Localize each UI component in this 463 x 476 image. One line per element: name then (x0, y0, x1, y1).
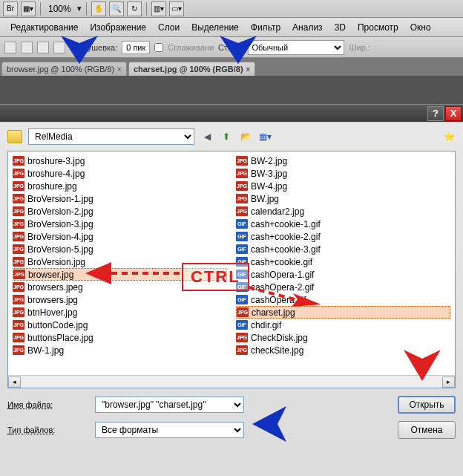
file-item[interactable]: JPGbuttonCode.jpg (13, 319, 227, 331)
file-name: BW.jpg (251, 194, 279, 204)
help-button[interactable]: ? (427, 106, 444, 121)
file-name: cashOpera.gif (251, 295, 306, 305)
menu-edit[interactable]: Редактирование (4, 19, 84, 36)
menu-analysis[interactable]: Анализ (286, 19, 329, 36)
bridge-button[interactable]: Br (3, 1, 18, 16)
antialias-checkbox[interactable] (154, 43, 163, 52)
style-label: Стиль: (218, 43, 243, 52)
menu-layers[interactable]: Слои (152, 19, 185, 36)
jpg-file-icon: JPG (13, 244, 24, 254)
style-select[interactable]: Обычный (248, 40, 344, 55)
file-item[interactable]: JPGBW-1.jpg (13, 344, 227, 356)
file-item[interactable]: JPGBW.jpg (236, 192, 450, 205)
file-item[interactable]: JPGbrowsers.jpeg (13, 281, 227, 293)
dialog-close-button[interactable]: X (445, 106, 462, 121)
menu-view[interactable]: Просмотр (352, 19, 404, 36)
menu-3d[interactable]: 3D (329, 19, 352, 36)
close-tab-icon[interactable]: × (117, 65, 122, 74)
antialias-label: Сглаживани (168, 43, 214, 52)
file-name: cash+cookie.gif (251, 257, 312, 267)
marquee-col-icon[interactable] (53, 42, 65, 53)
file-name: broshure.jpg (27, 181, 77, 192)
filename-input[interactable]: "browser.jpg" "charset.jpg" (95, 397, 244, 413)
jpg-file-icon: JPG (13, 219, 24, 229)
close-tab-icon[interactable]: × (246, 65, 251, 74)
file-item[interactable]: JPGBroVersion-3.jpg (13, 218, 227, 230)
file-name: chdir.gif (251, 320, 281, 330)
horizontal-scrollbar[interactable]: ◂ ▸ (8, 375, 455, 388)
arrange-button[interactable]: ▥▾ (151, 1, 166, 16)
file-name: cashOpera-1.gif (251, 270, 314, 280)
file-item[interactable]: JPGbrowsers.jpg (13, 293, 227, 306)
file-item[interactable]: JPGBW-2.jpg (236, 154, 450, 167)
file-item[interactable]: GIFcash+cookie.gif (236, 255, 450, 268)
file-item[interactable]: JPGBroVersion-1.jpg (13, 192, 227, 205)
file-item[interactable]: GIFcash+cookie-1.gif (236, 218, 450, 230)
menu-window[interactable]: Окно (404, 19, 437, 36)
jpg-file-icon: JPG (236, 206, 248, 216)
file-item[interactable]: GIFcash+cookie-2.gif (236, 230, 450, 243)
marquee-rect-icon[interactable] (4, 42, 16, 53)
file-item[interactable]: JPGcalendar2.jpg (236, 205, 450, 218)
file-item[interactable]: JPGcheckSite.jpg (236, 344, 450, 356)
new-folder-icon[interactable]: 📂 (239, 130, 252, 143)
file-item[interactable]: JPGBroVersion-4.jpg (13, 230, 227, 243)
cancel-button[interactable]: Отмена (398, 421, 456, 439)
jpg-file-icon: JPG (236, 156, 248, 166)
view-menu-icon[interactable]: ▦▾ (258, 130, 272, 143)
doc-tab-browser[interactable]: browser.jpg @ 100% (RGB/8) × (1, 62, 127, 76)
file-item[interactable]: JPGbroshure-3.jpg (13, 154, 227, 167)
dropdown-icon[interactable]: ▾ (77, 4, 82, 13)
layout-button[interactable]: ▦▾ (21, 1, 36, 16)
file-item[interactable]: GIFcash+cookie-3.gif (236, 243, 450, 255)
file-item[interactable]: JPGcharset.jpg (236, 306, 450, 319)
marquee-ellipse-icon[interactable] (21, 42, 33, 53)
file-item[interactable]: JPGBroVersion-5.jpg (13, 243, 227, 255)
gif-file-icon: GIF (236, 232, 248, 241)
menu-filter[interactable]: Фильтр (245, 19, 286, 36)
back-icon[interactable]: ◀ (200, 130, 214, 143)
marquee-row-icon[interactable] (37, 42, 49, 53)
menu-image[interactable]: Изображение (84, 19, 152, 36)
file-name: BroVersion.jpg (27, 257, 85, 267)
scroll-right-icon[interactable]: ▸ (442, 376, 455, 388)
file-item[interactable]: JPGBW-3.jpg (236, 167, 450, 180)
jpg-file-icon: JPG (13, 270, 25, 279)
file-item[interactable]: GIFchdir.gif (236, 319, 450, 331)
file-item[interactable]: GIFcashOpera.gif (236, 293, 450, 306)
file-item[interactable]: JPGbuttonsPlace.jpg (13, 331, 227, 344)
file-name: BroVersion-4.jpg (27, 232, 93, 242)
screen-mode-button[interactable]: ▭▾ (169, 1, 184, 16)
menu-select[interactable]: Выделение (185, 19, 245, 36)
menu-bar: Редактирование Изображение Слои Выделени… (0, 18, 463, 37)
file-list[interactable]: JPGbroshure-3.jpgJPGbroshure-4.jpgJPGbro… (7, 151, 456, 388)
file-item[interactable]: JPGBW-4.jpg (236, 180, 450, 192)
rotate-tool-icon[interactable]: ↻ (127, 1, 142, 16)
zoom-tool-icon[interactable]: 🔍 (109, 1, 124, 16)
file-item[interactable]: JPGbroshure-4.jpg (13, 167, 227, 180)
gif-file-icon: GIF (236, 282, 248, 292)
favorites-icon[interactable]: ⭐ (442, 130, 456, 143)
file-item[interactable]: JPGBroVersion.jpg (13, 255, 227, 268)
scroll-left-icon[interactable]: ◂ (8, 376, 21, 388)
file-item[interactable]: GIFcashOpera-1.gif (236, 268, 450, 281)
filetype-select[interactable]: Все форматы (95, 422, 244, 438)
look-in-select[interactable]: RelMedia (28, 128, 194, 145)
document-tabs: browser.jpg @ 100% (RGB/8) × charset.jpg… (0, 58, 463, 76)
canvas-area (0, 76, 463, 104)
file-item[interactable]: GIFcashOpera-2.gif (236, 281, 450, 293)
file-name: calendar2.jpg (251, 206, 304, 217)
file-item[interactable]: JPGbrowser.jpg (13, 268, 227, 281)
file-item[interactable]: JPGbroshure.jpg (13, 180, 227, 192)
jpg-file-icon: JPG (13, 181, 24, 191)
up-icon[interactable]: ⬆ (220, 130, 233, 143)
feather-input[interactable] (122, 41, 150, 54)
hand-tool-icon[interactable]: ✋ (91, 1, 106, 16)
open-button[interactable]: Открыть (398, 396, 456, 414)
file-name: buttonCode.jpg (27, 320, 88, 330)
zoom-level[interactable]: 100% (45, 4, 74, 14)
doc-tab-charset[interactable]: charset.jpg @ 100% (RGB/8) × (128, 62, 256, 76)
file-item[interactable]: JPGbtnHover.jpg (13, 306, 227, 319)
file-item[interactable]: JPGCheckDisk.jpg (236, 331, 450, 344)
file-item[interactable]: JPGBroVersion-2.jpg (13, 205, 227, 218)
